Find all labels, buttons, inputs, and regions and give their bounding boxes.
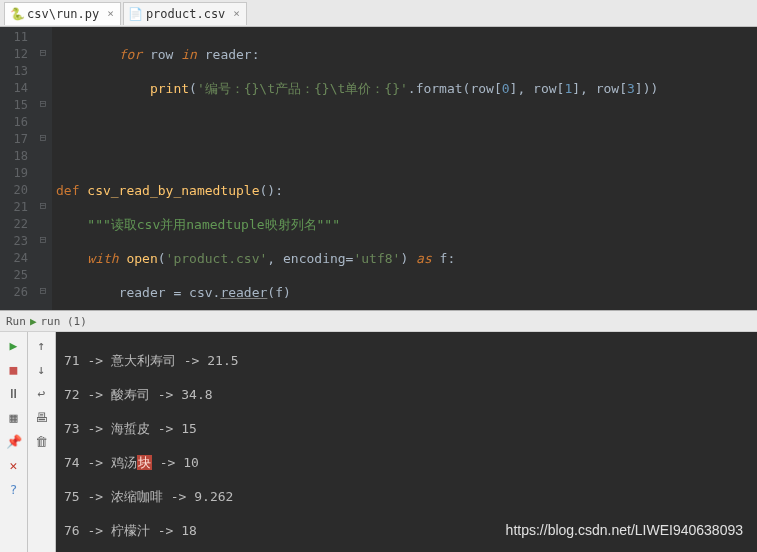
- line-numbers: 11 12 13 14 15 16 17 18 19 20 21 22 23 2…: [0, 27, 34, 310]
- pause-button[interactable]: ⏸: [5, 384, 23, 402]
- print-button[interactable]: 🖶: [33, 408, 51, 426]
- python-file-icon: 🐍: [11, 8, 23, 20]
- run-toolbar-primary: ▶ ■ ⏸ ▦ 📌 ✕ ?: [0, 332, 28, 552]
- console-line: 71 -> 意大利寿司 -> 21.5: [64, 352, 749, 369]
- console-output[interactable]: 71 -> 意大利寿司 -> 21.5 72 -> 酸寿司 -> 34.8 73…: [56, 332, 757, 552]
- fold-gutter[interactable]: ⊟ ⊟ ⊟ ⊟ ⊟ ⊟: [34, 27, 52, 310]
- run-config-name: run (1): [41, 315, 87, 328]
- run-panel-label: Run: [6, 315, 26, 328]
- close-icon[interactable]: ×: [107, 7, 114, 20]
- wrap-button[interactable]: ↩: [33, 384, 51, 402]
- run-config-icon: ▶: [30, 315, 37, 328]
- tab-label: product.csv: [146, 7, 225, 21]
- pin-button[interactable]: 📌: [5, 432, 23, 450]
- console-line: 73 -> 海蜇皮 -> 15: [64, 420, 749, 437]
- down-arrow-icon[interactable]: ↓: [33, 360, 51, 378]
- tab-label: csv\run.py: [27, 7, 99, 21]
- run-toolbar-secondary: ↑ ↓ ↩ 🖶 🗑: [28, 332, 56, 552]
- code-editor[interactable]: 11 12 13 14 15 16 17 18 19 20 21 22 23 2…: [0, 27, 757, 310]
- trash-icon[interactable]: 🗑: [33, 432, 51, 450]
- layout-button[interactable]: ▦: [5, 408, 23, 426]
- run-panel: ▶ ■ ⏸ ▦ 📌 ✕ ? ↑ ↓ ↩ 🖶 🗑 71 -> 意大利寿司 -> 2…: [0, 332, 757, 552]
- up-arrow-icon[interactable]: ↑: [33, 336, 51, 354]
- close-icon[interactable]: ×: [233, 7, 240, 20]
- close-button[interactable]: ✕: [5, 456, 23, 474]
- watermark: https://blog.csdn.net/LIWEI940638093: [506, 522, 743, 538]
- help-button[interactable]: ?: [5, 480, 23, 498]
- rerun-button[interactable]: ▶: [5, 336, 23, 354]
- csv-file-icon: 📄: [130, 8, 142, 20]
- console-line: 74 -> 鸡汤块 -> 10: [64, 454, 749, 471]
- run-panel-header: Run ▶ run (1): [0, 310, 757, 332]
- code-content[interactable]: for row in reader: print('编号：{}\t产品：{}\t…: [52, 27, 757, 310]
- editor-tabs: 🐍 csv\run.py × 📄 product.csv ×: [0, 0, 757, 27]
- console-line: 72 -> 酸寿司 -> 34.8: [64, 386, 749, 403]
- stop-button[interactable]: ■: [5, 360, 23, 378]
- tab-run-py[interactable]: 🐍 csv\run.py ×: [4, 2, 121, 25]
- console-line: 75 -> 浓缩咖啡 -> 9.262: [64, 488, 749, 505]
- tab-product-csv[interactable]: 📄 product.csv ×: [123, 2, 247, 25]
